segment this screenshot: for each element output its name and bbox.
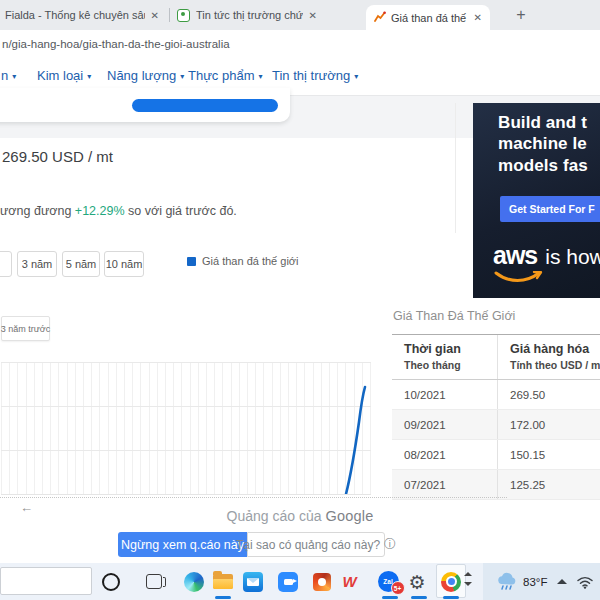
current-price: 269.50 USD / mt (2, 148, 113, 165)
legend-swatch-icon (187, 257, 196, 266)
aws-swoosh-icon (494, 271, 544, 285)
zalo-icon: Zal 5+ (378, 571, 399, 592)
video-camera-icon (278, 572, 298, 592)
change-percent: +12.29% (75, 204, 125, 218)
office-icon (313, 573, 331, 591)
rain-cloud-icon (496, 572, 517, 591)
task-view-icon (146, 574, 162, 589)
taskbar-active-indicator (382, 596, 398, 599)
temperature-label: 83°F (523, 576, 547, 588)
browser-tab-active[interactable]: Giá than đá thế giới - Cập nhật t ✕ (366, 5, 490, 30)
tab-title: Fialda - Thống kê chuyên sâu th (5, 9, 145, 21)
show-hidden-icons-chevron[interactable] (557, 579, 567, 584)
chevron-down-icon: ▾ (259, 72, 263, 81)
nav-item-nang-luong[interactable]: Năng lượng ▾ (107, 68, 184, 83)
ad-headline-line2: machine le (498, 134, 587, 154)
close-icon[interactable]: ✕ (309, 10, 317, 21)
range-button-3y[interactable]: 3 năm (17, 251, 57, 277)
taskbar-overflow-scroll[interactable] (464, 572, 472, 586)
ad-cta-button[interactable]: Get Started For F (500, 196, 600, 222)
chevron-up-icon (464, 572, 472, 576)
nav-item-thuc-pham[interactable]: Thực phẩm ▾ (188, 68, 263, 83)
close-icon[interactable]: ✕ (151, 10, 159, 21)
browser-tab-strip: Fialda - Thống kê chuyên sâu th ✕ Tin tứ… (0, 0, 600, 30)
change-prefix: ương đương (0, 204, 75, 218)
content-divider (455, 103, 456, 233)
chevron-down-icon: ▾ (354, 72, 358, 81)
close-icon[interactable]: ✕ (474, 12, 482, 23)
price-line (1, 362, 371, 494)
chrome-icon (441, 572, 461, 592)
nav-item-0[interactable]: n ▾ (1, 68, 16, 83)
task-view-button[interactable] (140, 563, 168, 600)
aws-banner-ad[interactable]: Build and t machine le models fas Get St… (473, 103, 600, 298)
table-row: 08/2021 150.15 (392, 440, 600, 470)
chevron-down-icon: ▾ (12, 72, 16, 81)
aws-logo: aws (493, 241, 537, 270)
price-table: Thời gian Theo tháng Giá hàng hóa Tính t… (392, 334, 600, 500)
zalo-button[interactable]: Zal 5+ (374, 563, 402, 600)
folder-icon (213, 574, 233, 589)
table-header-row: Thời gian Theo tháng Giá hàng hóa Tính t… (392, 335, 600, 380)
why-this-ad-button[interactable]: Tại sao có quảng cáo này? ⓘ (247, 532, 385, 557)
news-site-favicon-icon (177, 9, 190, 22)
spark-chart-favicon-icon (374, 11, 386, 25)
taskbar-search-input[interactable] (0, 567, 92, 595)
edge-icon (184, 572, 204, 592)
mail-icon (243, 572, 263, 592)
footer-ad-divider (0, 497, 507, 498)
zoom-app-button[interactable] (274, 563, 302, 600)
edge-button[interactable] (180, 563, 208, 600)
wifi-icon[interactable] (576, 575, 594, 589)
price-change-line: ương đương +12.29% so với giá trước đó. (0, 204, 237, 218)
gear-icon: ⚙ (408, 571, 425, 593)
wps-button[interactable]: W (335, 563, 363, 600)
google-logo-text: Google (325, 508, 373, 524)
taskbar-active-indicator (215, 596, 231, 599)
aws-logo-row: aws is how (493, 241, 600, 270)
search-submit-button[interactable] (132, 99, 278, 112)
range-button-partial[interactable]: m (0, 251, 12, 277)
browser-tab-2[interactable]: Tin tức thị trường chứng khoán, ✕ (177, 0, 323, 30)
stop-seeing-ad-button[interactable]: Ngừng xem q.cáo này (118, 532, 247, 557)
cortana-button[interactable] (97, 563, 125, 600)
legend-label: Giá than đá thế giới (202, 255, 299, 267)
nav-item-kim-loai[interactable]: Kim loại ▾ (37, 68, 91, 83)
table-row: 10/2021 269.50 (392, 380, 600, 410)
mail-button[interactable] (239, 563, 267, 600)
range-button-10y[interactable]: 10 năm (104, 251, 144, 277)
nav-item-tin-thi-truong[interactable]: Tin thị trường ▾ (272, 68, 358, 83)
chrome-button[interactable] (437, 563, 465, 600)
url-text: n/gia-hang-hoa/gia-than-da-the-gioi-aust… (2, 38, 230, 50)
taskbar-active-indicator (443, 596, 459, 599)
windows-taskbar: W Zal 5+ ⚙ 83°F (0, 563, 600, 600)
tab-title: Giá than đá thế giới - Cập nhật t (391, 12, 468, 24)
tab-title: Tin tức thị trường chứng khoán, (196, 9, 303, 21)
new-tab-button[interactable]: + (510, 4, 532, 26)
range-button-5y[interactable]: 5 năm (62, 251, 100, 277)
table-header-time: Thời gian Theo tháng (392, 335, 497, 379)
chart-tooltip-3y: 3 năm trước (1, 316, 50, 341)
change-suffix: so với giá trước đó. (125, 204, 237, 218)
table-title: Giá Than Đá Thế Giới (393, 309, 515, 323)
table-header-price: Giá hàng hóa Tính theo USD / mt (497, 335, 600, 379)
chevron-down-icon: ▾ (180, 72, 184, 81)
price-chart-area[interactable] (1, 362, 371, 495)
settings-button[interactable]: ⚙ (403, 563, 431, 600)
ad-headline-line3: models fas (498, 156, 588, 176)
address-bar[interactable]: n/gia-hang-hoa/gia-than-da-the-gioi-aust… (0, 30, 600, 58)
google-ads-attribution: Quảng cáo của Google (0, 508, 600, 524)
tab-separator (169, 8, 170, 22)
taskbar-active-indicator (411, 596, 427, 599)
cortana-ring-icon (102, 573, 120, 591)
search-card (0, 88, 290, 122)
chevron-down-icon (464, 582, 472, 586)
ad-headline-line1: Build and t (498, 113, 587, 133)
browser-tab-1[interactable]: Fialda - Thống kê chuyên sâu th ✕ (5, 0, 165, 30)
file-explorer-button[interactable] (209, 563, 237, 600)
weather-widget[interactable]: 83°F (483, 563, 600, 600)
office-button[interactable] (308, 563, 336, 600)
chevron-down-icon: ▾ (87, 72, 91, 81)
chart-legend[interactable]: Giá than đá thế giới (187, 255, 299, 267)
wps-icon: W (342, 573, 355, 590)
